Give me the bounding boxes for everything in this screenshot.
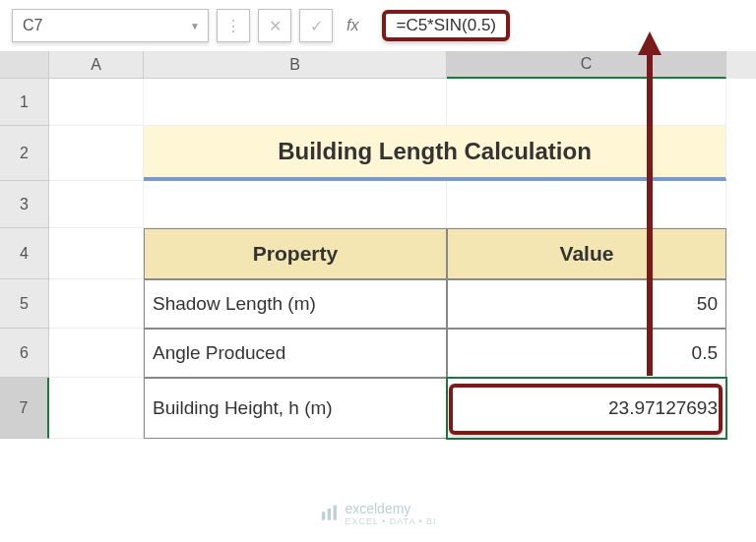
row-6: 6 Angle Produced 0.5 [0, 329, 756, 378]
spreadsheet-grid: A B C 1 2 Building Length Calculation 3 … [0, 51, 756, 439]
cell-b3[interactable] [144, 181, 447, 228]
row-5: 5 Shadow Length (m) 50 [0, 279, 756, 329]
svg-rect-3 [328, 509, 331, 520]
cell-a4[interactable] [49, 228, 144, 279]
fx-label[interactable]: fx [346, 17, 358, 34]
cell-b7[interactable]: Building Height, h (m) [144, 378, 447, 439]
cell-b5[interactable]: Shadow Length (m) [144, 279, 447, 329]
formula-bar: C7 ▼ ⋮ ✕ ✓ fx =C5*SIN(0.5) [0, 0, 756, 51]
watermark-name: exceldemy [345, 501, 410, 516]
table-header-value[interactable]: Value [447, 228, 726, 279]
watermark-icon [319, 504, 339, 523]
svg-rect-2 [322, 512, 325, 519]
cell-a7[interactable] [49, 378, 144, 439]
cell-a3[interactable] [49, 181, 144, 228]
column-header-b[interactable]: B [144, 51, 447, 79]
cell-reference: C7 [23, 17, 42, 34]
name-box[interactable]: C7 ▼ [12, 9, 209, 42]
row-header-4[interactable]: 4 [0, 228, 49, 279]
column-headers: A B C [0, 51, 756, 79]
cell-a6[interactable] [49, 329, 144, 378]
cell-c6[interactable]: 0.5 [447, 329, 726, 378]
column-header-c[interactable]: C [447, 51, 726, 79]
row-1: 1 [0, 79, 756, 126]
formula-expand-button[interactable]: ⋮ [217, 9, 250, 42]
cell-a5[interactable] [49, 279, 144, 329]
table-header-property[interactable]: Property [144, 228, 447, 279]
row-2: 2 Building Length Calculation [0, 126, 756, 181]
title-cell[interactable]: Building Length Calculation [144, 126, 726, 181]
row-header-5[interactable]: 5 [0, 279, 49, 329]
row-3: 3 [0, 181, 756, 228]
cell-c1[interactable] [447, 79, 726, 126]
cancel-icon[interactable]: ✕ [258, 9, 291, 42]
row-header-1[interactable]: 1 [0, 79, 49, 126]
cell-c3[interactable] [447, 181, 726, 228]
row-7: 7 Building Height, h (m) 23.97127693 [0, 378, 756, 439]
cell-c5[interactable]: 50 [447, 279, 726, 329]
column-header-a[interactable]: A [49, 51, 144, 79]
row-header-6[interactable]: 6 [0, 329, 49, 378]
watermark: exceldemy EXCEL • DATA • BI [319, 501, 436, 526]
chevron-down-icon[interactable]: ▼ [190, 21, 200, 31]
cell-c7[interactable]: 23.97127693 [447, 378, 726, 439]
row-header-3[interactable]: 3 [0, 181, 49, 228]
row-4: 4 Property Value [0, 228, 756, 279]
enter-icon[interactable]: ✓ [299, 9, 333, 42]
cell-b1[interactable] [144, 79, 447, 126]
row-header-2[interactable]: 2 [0, 126, 49, 181]
formula-text: =C5*SIN(0.5) [382, 10, 510, 41]
watermark-tagline: EXCEL • DATA • BI [345, 516, 436, 526]
cell-a1[interactable] [49, 79, 144, 126]
row-header-7[interactable]: 7 [0, 378, 49, 439]
svg-rect-4 [334, 506, 337, 520]
cell-a2[interactable] [49, 126, 144, 181]
select-all-corner[interactable] [0, 51, 49, 79]
cell-b6[interactable]: Angle Produced [144, 329, 447, 378]
formula-input[interactable]: =C5*SIN(0.5) [372, 9, 744, 42]
